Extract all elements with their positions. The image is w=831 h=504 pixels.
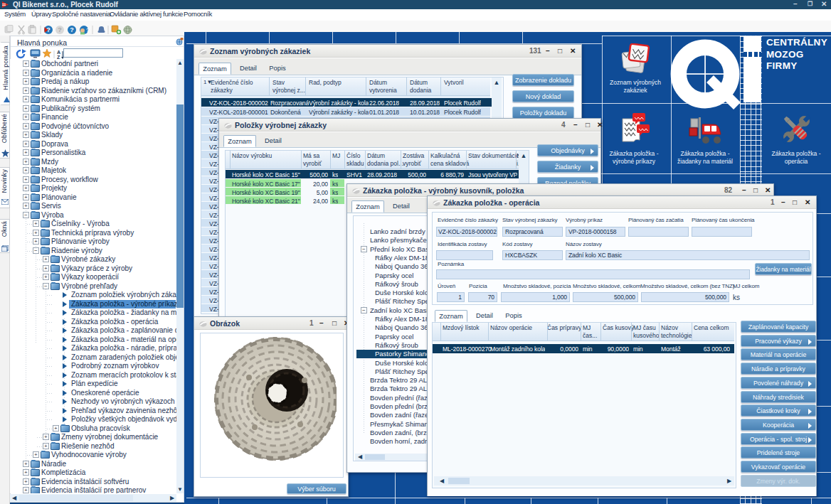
svg-text:?: ? xyxy=(46,26,51,33)
svg-text:?: ? xyxy=(58,26,62,33)
svg-text:?: ? xyxy=(86,27,90,33)
svg-text:?: ? xyxy=(70,26,74,33)
svg-text:A: A xyxy=(57,50,60,55)
